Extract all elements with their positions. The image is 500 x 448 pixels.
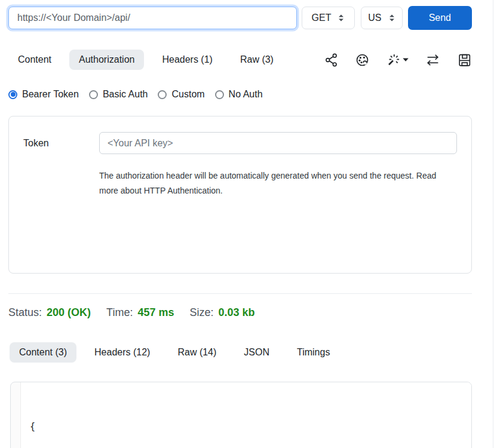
response-tab-content[interactable]: Content (3) [10, 342, 76, 363]
time-group: Time: 457 ms [106, 306, 174, 319]
method-select[interactable]: GET [302, 7, 355, 29]
size-label: Size: [189, 306, 213, 319]
radio-circle[interactable] [8, 90, 17, 99]
response-tab-timings[interactable]: Timings [287, 342, 339, 363]
palette-icon[interactable] [355, 53, 370, 67]
token-panel: Token The authorization header will be a… [8, 116, 472, 274]
radio-no-auth[interactable]: No Auth [215, 89, 263, 100]
swap-arrows-icon[interactable] [425, 53, 441, 67]
region-select[interactable]: US [361, 7, 403, 29]
share-icon[interactable] [324, 53, 339, 67]
size-group: Size: 0.03 kb [189, 306, 254, 319]
tab-authorization[interactable]: Authorization [69, 50, 144, 70]
token-help-text: The authorization header will be automat… [99, 168, 449, 198]
status-group: Status: 200 (OK) [8, 306, 91, 319]
response-json-code: { "message": "API running." } [20, 382, 471, 448]
page-right-border [493, 0, 493, 448]
auth-options-row: Bearer Token Basic Auth Custom No Auth [8, 89, 472, 100]
response-tab-headers[interactable]: Headers (12) [85, 342, 159, 363]
toolbar-icons [324, 53, 472, 67]
status-value: 200 (OK) [47, 306, 91, 319]
send-button[interactable]: Send [408, 6, 472, 30]
radio-circle[interactable] [158, 90, 167, 99]
response-tabs-row: Content (3) Headers (12) Raw (14) JSON T… [10, 342, 472, 363]
request-bar: GET US Send [8, 6, 472, 30]
time-label: Time: [106, 306, 133, 319]
response-tab-raw[interactable]: Raw (14) [168, 342, 226, 363]
tab-raw[interactable]: Raw (3) [231, 50, 283, 70]
updown-caret-icon [388, 14, 395, 22]
request-tabs-row: Content Authorization Headers (1) Raw (3… [8, 50, 472, 70]
token-row: Token [23, 132, 457, 154]
response-status-row: Status: 200 (OK) Time: 457 ms Size: 0.03… [8, 306, 472, 319]
region-select-value: US [368, 13, 381, 23]
api-tester-page: GET US Send Content Authorization Header… [0, 0, 500, 448]
token-label: Token [23, 138, 99, 149]
magic-wand-dropdown-icon[interactable] [386, 53, 409, 67]
size-value: 0.03 kb [219, 306, 255, 319]
code-brace: { [30, 421, 35, 432]
time-value: 457 ms [137, 306, 174, 319]
code-line: { [30, 419, 471, 434]
tab-content[interactable]: Content [8, 50, 61, 70]
status-label: Status: [8, 306, 42, 319]
radio-label: Basic Auth [103, 89, 148, 100]
radio-circle[interactable] [89, 90, 98, 99]
token-input[interactable] [99, 132, 457, 154]
response-tab-json[interactable]: JSON [234, 342, 279, 363]
radio-basic-auth[interactable]: Basic Auth [89, 89, 148, 100]
save-icon[interactable] [457, 53, 472, 67]
radio-label: Custom [171, 89, 204, 100]
radio-bearer-token[interactable]: Bearer Token [8, 89, 79, 100]
url-input[interactable] [8, 7, 297, 29]
response-body-block: { "message": "API running." } [10, 382, 472, 448]
radio-label: Bearer Token [22, 89, 79, 100]
radio-circle[interactable] [215, 90, 224, 99]
radio-label: No Auth [229, 89, 263, 100]
radio-custom[interactable]: Custom [158, 89, 204, 100]
section-divider [8, 293, 472, 294]
method-select-value: GET [312, 13, 332, 23]
tab-headers[interactable]: Headers (1) [152, 50, 222, 70]
updown-caret-icon [338, 14, 345, 22]
